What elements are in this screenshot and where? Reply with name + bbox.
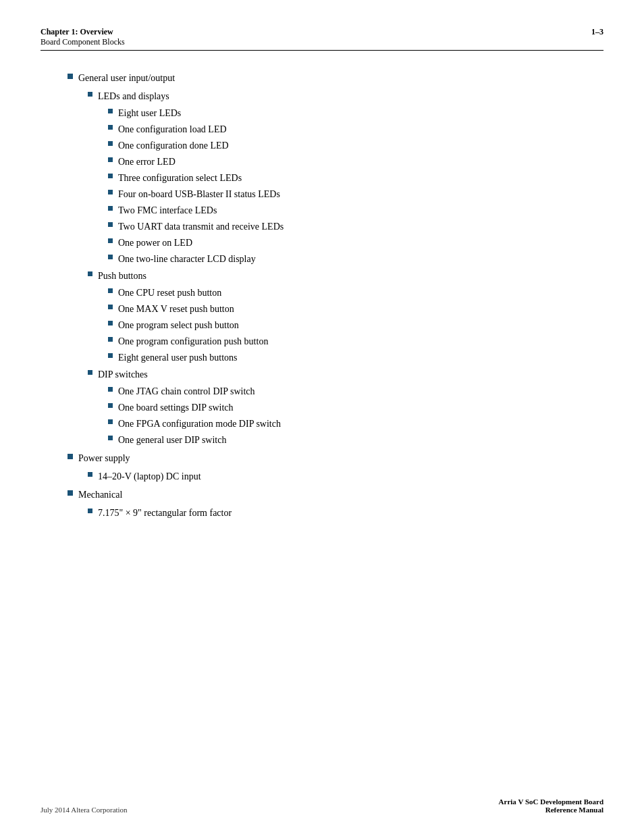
page-number: 1–3	[591, 27, 603, 37]
list-item: One power on LED	[68, 236, 603, 250]
bullet-icon	[108, 141, 113, 146]
item-label: Eight general user push buttons	[118, 350, 238, 365]
bullet-icon	[68, 74, 73, 79]
bullet-icon	[88, 271, 92, 276]
bullet-icon	[88, 92, 92, 97]
bullet-icon	[108, 157, 113, 162]
list-item: One configuration load LED	[68, 122, 603, 136]
page-footer: July 2014 Altera Corporation Arria V SoC…	[41, 798, 603, 814]
item-label: DIP switches	[98, 367, 148, 382]
list-item: One configuration done LED	[68, 138, 603, 153]
bullet-icon	[88, 509, 92, 513]
list-item: Four on-board USB-Blaster II status LEDs	[68, 187, 603, 201]
item-label: One CPU reset push button	[118, 286, 221, 300]
footer-left: July 2014 Altera Corporation	[41, 806, 128, 814]
item-label: One FPGA configuration mode DIP switch	[118, 417, 281, 431]
item-label: One program select push button	[118, 318, 239, 332]
bullet-icon	[68, 454, 73, 459]
bullet-icon	[108, 403, 113, 408]
list-item: Two FMC interface LEDs	[68, 203, 603, 217]
bullet-icon	[88, 370, 92, 375]
header-left: Chapter 1: Overview Board Component Bloc…	[41, 27, 125, 47]
item-label: One MAX V reset push button	[118, 302, 234, 316]
item-label: Power supply	[78, 451, 130, 465]
list-item: 7.175" × 9" rectangular form factor	[68, 506, 603, 520]
list-item: One MAX V reset push button	[68, 302, 603, 316]
list-item: Two UART data transmit and receive LEDs	[68, 219, 603, 234]
footer-right-line2: Reference Manual	[499, 806, 603, 814]
item-label: 7.175" × 9" rectangular form factor	[98, 506, 232, 520]
bullet-icon	[68, 490, 73, 496]
bullet-icon	[108, 222, 113, 227]
item-label: One program configuration push button	[118, 334, 268, 348]
footer-right-line1: Arria V SoC Development Board	[499, 798, 603, 806]
chapter-title: Chapter 1: Overview	[41, 27, 125, 37]
item-label: LEDs and displays	[98, 89, 169, 103]
item-label: One general user DIP switch	[118, 433, 226, 447]
list-item: Eight user LEDs	[68, 106, 603, 120]
page-header: Chapter 1: Overview Board Component Bloc…	[41, 27, 603, 51]
list-item: One two-line character LCD display	[68, 252, 603, 266]
item-label: Eight user LEDs	[118, 106, 181, 120]
item-label: One power on LED	[118, 236, 192, 250]
bullet-icon	[88, 472, 92, 477]
bullet-icon	[108, 337, 113, 342]
item-label: Two FMC interface LEDs	[118, 203, 217, 217]
list-item: One error LED	[68, 155, 603, 169]
bullet-icon	[108, 174, 113, 178]
list-item: General user input/output	[68, 71, 603, 85]
bullet-icon	[108, 206, 113, 211]
list-item: One CPU reset push button	[68, 286, 603, 300]
bullet-icon	[108, 190, 113, 194]
bullet-icon	[108, 436, 113, 440]
item-label: One configuration load LED	[118, 122, 227, 136]
list-item: 14–20-V (laptop) DC input	[68, 469, 603, 484]
item-label: One JTAG chain control DIP switch	[118, 384, 255, 398]
item-label: 14–20-V (laptop) DC input	[98, 469, 201, 484]
bullet-icon	[108, 321, 113, 325]
list-item: Push buttons	[68, 269, 603, 283]
main-content: General user input/output LEDs and displ…	[41, 71, 603, 520]
item-label: Three configuration select LEDs	[118, 171, 242, 185]
bullet-icon	[108, 238, 113, 243]
bullet-icon	[108, 255, 113, 259]
bullet-icon	[108, 305, 113, 309]
footer-right: Arria V SoC Development Board Reference …	[499, 798, 603, 814]
item-label: Push buttons	[98, 269, 146, 283]
item-label: Two UART data transmit and receive LEDs	[118, 219, 284, 234]
list-item: One program select push button	[68, 318, 603, 332]
item-label: General user input/output	[78, 71, 175, 85]
bullet-icon	[108, 353, 113, 358]
list-item: Eight general user push buttons	[68, 350, 603, 365]
bullet-icon	[108, 125, 113, 130]
item-label: One board settings DIP switch	[118, 400, 234, 415]
bullet-icon	[108, 419, 113, 424]
bullet-icon	[108, 387, 113, 392]
list-item: One JTAG chain control DIP switch	[68, 384, 603, 398]
list-item: DIP switches	[68, 367, 603, 382]
item-label: Four on-board USB-Blaster II status LEDs	[118, 187, 280, 201]
item-label: One two-line character LCD display	[118, 252, 256, 266]
page: Chapter 1: Overview Board Component Bloc…	[0, 0, 644, 834]
list-item: One general user DIP switch	[68, 433, 603, 447]
item-label: One configuration done LED	[118, 138, 229, 153]
list-item: One board settings DIP switch	[68, 400, 603, 415]
list-item: Three configuration select LEDs	[68, 171, 603, 185]
list-item: One FPGA configuration mode DIP switch	[68, 417, 603, 431]
chapter-subtitle: Board Component Blocks	[41, 37, 125, 47]
bullet-icon	[108, 288, 113, 293]
level1-list: General user input/output LEDs and displ…	[68, 71, 603, 520]
bullet-icon	[108, 109, 113, 113]
list-item: LEDs and displays	[68, 89, 603, 103]
item-label: One error LED	[118, 155, 176, 169]
list-item: Power supply	[68, 451, 603, 465]
item-label: Mechanical	[78, 488, 122, 502]
list-item: One program configuration push button	[68, 334, 603, 348]
list-item: Mechanical	[68, 488, 603, 502]
